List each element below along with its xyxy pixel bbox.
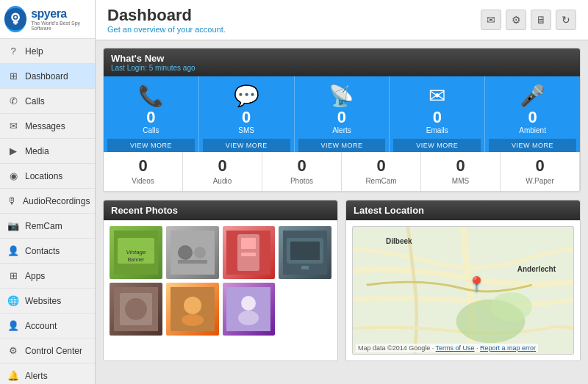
- sidebar-label-messages: Messages: [25, 121, 65, 131]
- svg-text:Vintage: Vintage: [126, 249, 146, 256]
- bottom-panels: Recent Photos Vintage Banner: [103, 200, 581, 361]
- logo-tagline: The World's Best Spy Software: [31, 21, 90, 31]
- svg-point-11: [178, 245, 193, 260]
- ambient-viewmore[interactable]: VIEW MORE: [489, 139, 576, 152]
- mms-label: MMS: [425, 177, 496, 185]
- alerts-viewmore[interactable]: VIEW MORE: [298, 139, 386, 152]
- ambient-stat-icon: 🎤: [520, 84, 545, 108]
- media-icon: ▶: [7, 145, 19, 156]
- calls-viewmore[interactable]: VIEW MORE: [107, 139, 195, 152]
- help-icon: ?: [7, 46, 19, 57]
- svg-point-27: [182, 314, 204, 326]
- svg-point-33: [491, 292, 532, 322]
- email-button[interactable]: ✉: [481, 10, 501, 30]
- sidebar-item-dashboard[interactable]: ⊞ Dashboard: [0, 64, 95, 89]
- sidebar-item-locations[interactable]: ◉ Locations: [0, 164, 95, 189]
- logo-area: spyera The World's Best Spy Software: [0, 0, 95, 39]
- sms-viewmore[interactable]: VIEW MORE: [203, 139, 290, 152]
- locations-icon: ◉: [7, 170, 19, 181]
- stat-card-emails: ✉ 0 Emails VIEW MORE: [390, 76, 485, 152]
- photo-thumb-4[interactable]: [279, 226, 331, 279]
- calls-icon: ✆: [7, 95, 19, 106]
- whats-new-header: What's New Last Login: 5 minutes ago: [104, 48, 580, 76]
- photo-thumb-2[interactable]: [166, 226, 219, 279]
- monitor-button[interactable]: 🖥: [531, 10, 551, 30]
- last-login: Last Login: 5 minutes ago: [111, 64, 573, 72]
- dashboard-content: What's New Last Login: 5 minutes ago 📞 0…: [96, 40, 588, 384]
- sidebar-label-audiorecordings: AudioRecordings: [23, 196, 90, 206]
- sidebar-label-dashboard: Dashboard: [25, 71, 68, 81]
- sidebar-item-remcam[interactable]: 📷 RemCam: [0, 214, 95, 239]
- messages-icon: ✉: [7, 120, 19, 131]
- recent-photos-panel: Recent Photos Vintage Banner: [103, 200, 338, 361]
- sidebar-label-websites: Websites: [25, 296, 61, 306]
- svg-rect-20: [290, 242, 320, 260]
- sidebar-item-account[interactable]: 👤 Account: [0, 314, 95, 338]
- ambient-label: Ambient: [519, 126, 546, 134]
- recent-photos-title: Recent Photos: [111, 205, 178, 216]
- logo-icon: [4, 6, 26, 32]
- svg-text:Banner: Banner: [128, 257, 145, 262]
- map-place-label2: Anderlecht: [517, 265, 556, 273]
- photo-thumb-3[interactable]: [223, 226, 276, 279]
- report-link[interactable]: Report a map error: [480, 344, 536, 352]
- alerts-sidebar-icon: 🔔: [7, 370, 19, 381]
- page-title: Dashboard: [107, 6, 226, 25]
- recent-photos-header: Recent Photos: [104, 200, 337, 220]
- sidebar-label-controlcenter: Control Center: [25, 346, 82, 356]
- sidebar-item-messages[interactable]: ✉ Messages: [0, 114, 95, 139]
- audio-icon: 🎙: [7, 195, 17, 206]
- sms-count: 0: [242, 109, 251, 126]
- latest-location-panel: Latest Location: [345, 200, 581, 361]
- stat-card-ambient: 🎤 0 Ambient VIEW MORE: [485, 76, 580, 152]
- alerts-count: 0: [337, 109, 346, 126]
- sidebar-item-calls[interactable]: ✆ Calls: [0, 89, 95, 114]
- wpaper-count: 0: [504, 156, 576, 175]
- stat-card-sms: 💬 0 SMS VIEW MORE: [199, 76, 295, 152]
- latest-location-header: Latest Location: [346, 200, 580, 220]
- photos-label: Photos: [266, 177, 337, 185]
- svg-point-24: [125, 298, 147, 320]
- sidebar-item-controlcenter[interactable]: ⚙ Control Center: [0, 338, 95, 363]
- svg-rect-4: [13, 21, 18, 23]
- sidebar-label-calls: Calls: [25, 96, 45, 106]
- sidebar-item-alerts[interactable]: 🔔 Alerts: [0, 363, 95, 384]
- audio-label: Audio: [187, 177, 258, 185]
- dashboard-icon: ⊞: [7, 70, 19, 81]
- alerts-label: Alerts: [332, 126, 351, 134]
- svg-rect-16: [241, 238, 256, 249]
- photo-thumb-5[interactable]: [110, 283, 162, 336]
- photo-thumb-7[interactable]: [223, 283, 276, 336]
- sidebar-label-alerts: Alerts: [25, 371, 48, 381]
- mms-count: 0: [425, 156, 496, 175]
- map-background: Dilbeek Anderlecht 📍 Map data ©2014 Goog…: [353, 227, 573, 354]
- sidebar-item-media[interactable]: ▶ Media: [0, 139, 95, 164]
- audio-count: 0: [187, 156, 258, 175]
- sidebar-label-media: Media: [25, 146, 49, 156]
- alerts-stat-icon: 📡: [329, 84, 354, 108]
- photo-thumb-6[interactable]: [166, 283, 219, 336]
- sidebar-item-audiorecordings[interactable]: 🎙 AudioRecordings: [0, 189, 95, 214]
- svg-point-3: [14, 16, 16, 18]
- sidebar-label-help: Help: [25, 46, 43, 57]
- sidebar-item-apps[interactable]: ⊞ Apps: [0, 264, 95, 289]
- sidebar-item-help[interactable]: ? Help: [0, 39, 95, 64]
- remcam-count: 0: [345, 156, 417, 175]
- sidebar-item-websites[interactable]: 🌐 Websites: [0, 289, 95, 314]
- remcam-label: RemCam: [345, 177, 417, 185]
- ambient-count: 0: [528, 109, 537, 126]
- wpaper-label: W.Paper: [504, 177, 576, 185]
- refresh-button[interactable]: ↻: [556, 10, 576, 30]
- svg-rect-17: [241, 253, 256, 256]
- sidebar-label-remcam: RemCam: [25, 221, 62, 231]
- sidebar-item-contacts[interactable]: 👤 Contacts: [0, 239, 95, 264]
- photos-grid: Vintage Banner: [104, 220, 337, 341]
- emails-viewmore[interactable]: VIEW MORE: [393, 139, 481, 152]
- map-pin: 📍: [467, 275, 486, 293]
- terms-link[interactable]: Terms of Use: [436, 344, 475, 352]
- videos-count: 0: [107, 156, 179, 175]
- sec-stat-audio: 0 Audio: [183, 152, 262, 192]
- svg-rect-5: [14, 23, 16, 25]
- gear-button[interactable]: ⚙: [506, 10, 526, 30]
- photo-thumb-1[interactable]: Vintage Banner: [110, 226, 162, 279]
